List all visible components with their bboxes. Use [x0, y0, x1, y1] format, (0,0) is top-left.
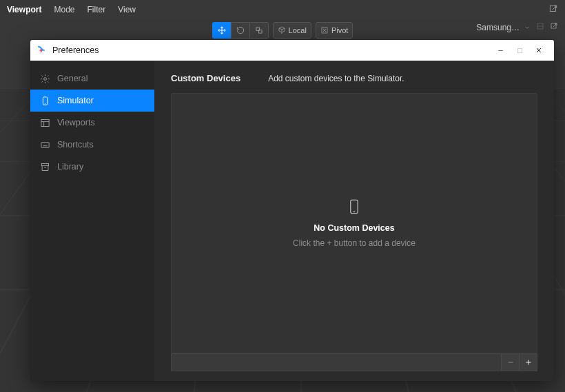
- empty-state: No Custom Devices Click the + button to …: [293, 199, 415, 248]
- transform-mode-group: [212, 22, 269, 39]
- divider-icon: [536, 22, 544, 32]
- menu-mode[interactable]: Mode: [54, 5, 74, 14]
- sidebar-item-general[interactable]: General: [30, 68, 154, 90]
- svg-rect-1: [256, 28, 260, 31]
- archive-icon: [40, 162, 50, 172]
- scale-tool-button[interactable]: [249, 22, 269, 39]
- svg-rect-2: [258, 30, 262, 33]
- sidebar-item-label: Simulator: [57, 96, 94, 105]
- sidebar-item-label: Library: [57, 162, 83, 172]
- sidebar-item-label: Shortcuts: [57, 140, 94, 149]
- svg-rect-6: [517, 48, 522, 52]
- sidebar-item-label: Viewports: [57, 118, 95, 127]
- preferences-sidebar: General Simulator Viewports Shortcuts Li…: [30, 61, 154, 381]
- menu-view[interactable]: View: [118, 5, 136, 14]
- svg-rect-9: [41, 119, 49, 126]
- svg-rect-11: [42, 163, 49, 165]
- device-dropdown-label: Samsung…: [476, 23, 520, 32]
- app-logo-icon: [36, 45, 47, 56]
- svg-rect-10: [41, 142, 49, 147]
- viewport-toolbar: Local Pivot Samsung…: [0, 19, 565, 41]
- sidebar-item-library[interactable]: Library: [30, 156, 154, 178]
- sidebar-item-viewports[interactable]: Viewports: [30, 112, 154, 134]
- popout-icon[interactable]: [548, 4, 558, 16]
- empty-title: No Custom Devices: [293, 223, 415, 233]
- local-space-button[interactable]: Local: [273, 22, 311, 39]
- svg-rect-5: [551, 23, 556, 28]
- svg-point-7: [44, 77, 47, 80]
- popout-small-icon[interactable]: [550, 22, 558, 32]
- section-subheading: Add custom devices to the Simulator.: [268, 74, 404, 83]
- pivot-label: Pivot: [331, 26, 348, 34]
- close-button[interactable]: [529, 43, 548, 57]
- custom-devices-panel: No Custom Devices Click the + button to …: [171, 93, 537, 353]
- keyboard-icon: [40, 140, 50, 150]
- preferences-window: Preferences General Simulator Viewports: [30, 40, 554, 381]
- chevron-down-icon: [524, 24, 531, 31]
- sidebar-item-shortcuts[interactable]: Shortcuts: [30, 134, 154, 156]
- layout-icon: [40, 118, 50, 128]
- sidebar-item-label: General: [57, 74, 88, 83]
- empty-hint: Click the + button to add a device: [293, 238, 415, 248]
- gear-icon: [40, 74, 50, 84]
- section-heading: Custom Devices: [171, 73, 240, 83]
- phone-outline-icon: [293, 199, 415, 216]
- panel-title: Viewport: [7, 5, 41, 14]
- local-space-label: Local: [289, 26, 307, 34]
- preferences-content: Custom Devices Add custom devices to the…: [154, 61, 554, 381]
- device-dropdown[interactable]: Samsung…: [476, 23, 531, 32]
- maximize-button[interactable]: [510, 43, 529, 57]
- remove-device-button[interactable]: [501, 354, 519, 371]
- minimize-button[interactable]: [491, 43, 510, 57]
- preferences-titlebar: Preferences: [30, 40, 554, 61]
- pivot-button[interactable]: Pivot: [316, 22, 353, 39]
- panel-footer: [171, 353, 537, 371]
- add-device-button[interactable]: [519, 354, 537, 371]
- sidebar-item-simulator[interactable]: Simulator: [30, 90, 154, 112]
- phone-icon: [40, 96, 50, 106]
- move-tool-button[interactable]: [212, 22, 231, 39]
- menu-filter[interactable]: Filter: [88, 5, 106, 14]
- svg-rect-0: [550, 6, 555, 11]
- app-menubar: Viewport Mode Filter View: [0, 0, 565, 19]
- preferences-title: Preferences: [52, 45, 99, 55]
- rotate-tool-button[interactable]: [231, 22, 249, 39]
